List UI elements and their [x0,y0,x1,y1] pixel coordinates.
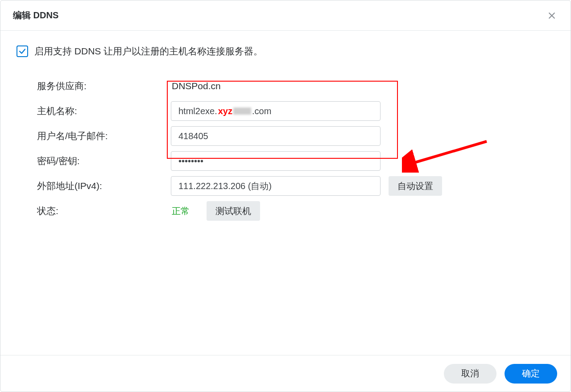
auto-set-button[interactable]: 自动设置 [389,176,442,196]
status-row: 状态: 正常 测试联机 [37,198,554,223]
dialog-footer: 取消 确定 [0,355,571,392]
hostname-prefix: html2exe. [178,106,217,116]
check-icon [18,47,26,55]
hostname-row: 主机名称: html2exe.xyz.com [37,99,554,124]
close-button[interactable] [546,9,558,22]
close-icon [547,11,556,20]
hostname-masked: xyz [218,106,232,116]
test-connection-button[interactable]: 测试联机 [207,201,260,221]
external-ip-input[interactable] [171,176,381,196]
password-row: 密码/密钥: [37,149,554,173]
dialog-body: 启用支持 DDNS 让用户以注册的主机名称连接服务器。 服务供应商: DNSPo… [0,31,571,223]
enable-ddns-label: 启用支持 DDNS 让用户以注册的主机名称连接服务器。 [34,45,263,58]
ok-button[interactable]: 确定 [505,364,557,384]
hostname-label: 主机名称: [37,101,171,121]
ddns-edit-dialog: 编辑 DDNS 启用支持 DDNS 让用户以注册的主机名称连接服务器。 服务供应… [0,0,571,392]
status-label: 状态: [37,201,171,221]
password-label: 密码/密钥: [37,151,171,171]
hostname-suffix: .com [252,106,271,116]
username-row: 用户名/电子邮件: [37,124,554,149]
enable-ddns-row: 启用支持 DDNS 让用户以注册的主机名称连接服务器。 [17,45,554,58]
ddns-form: 服务供应商: DNSPod.cn 主机名称: html2exe.xyz.com … [17,74,554,223]
provider-value: DNSPod.cn [171,81,221,91]
hostname-input[interactable]: html2exe.xyz.com [171,101,381,121]
external-ip-row: 外部地址(IPv4): 自动设置 [37,173,554,198]
provider-label: 服务供应商: [37,76,171,96]
dialog-title: 编辑 DDNS [13,9,58,21]
provider-row: 服务供应商: DNSPod.cn [37,74,554,99]
username-label: 用户名/电子邮件: [37,126,171,146]
hostname-blur [233,107,251,115]
enable-ddns-checkbox[interactable] [17,45,28,57]
status-value: 正常 [171,205,190,217]
dialog-header: 编辑 DDNS [0,0,571,31]
external-ip-label: 外部地址(IPv4): [37,176,171,196]
username-input[interactable] [171,126,381,146]
cancel-button[interactable]: 取消 [444,364,497,384]
password-input[interactable] [171,151,381,171]
